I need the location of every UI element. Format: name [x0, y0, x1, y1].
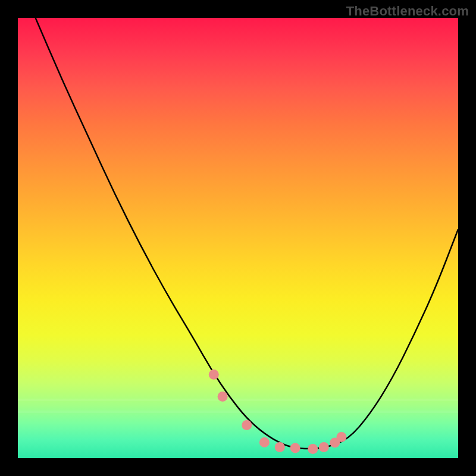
marker-dot: [319, 442, 329, 452]
marker-dot: [275, 442, 285, 452]
marker-dot: [242, 420, 252, 430]
chart-frame: TheBottleneck.com: [0, 0, 476, 476]
marker-dot: [290, 443, 300, 453]
marker-dot: [308, 444, 318, 454]
watermark-text: TheBottleneck.com: [346, 4, 469, 19]
bottleneck-curve-path: [36, 18, 458, 449]
marker-dot: [209, 369, 219, 380]
marker-dot: [259, 437, 270, 447]
marker-dot: [218, 392, 228, 402]
chart-svg: [18, 18, 458, 458]
marker-dot: [336, 432, 346, 442]
